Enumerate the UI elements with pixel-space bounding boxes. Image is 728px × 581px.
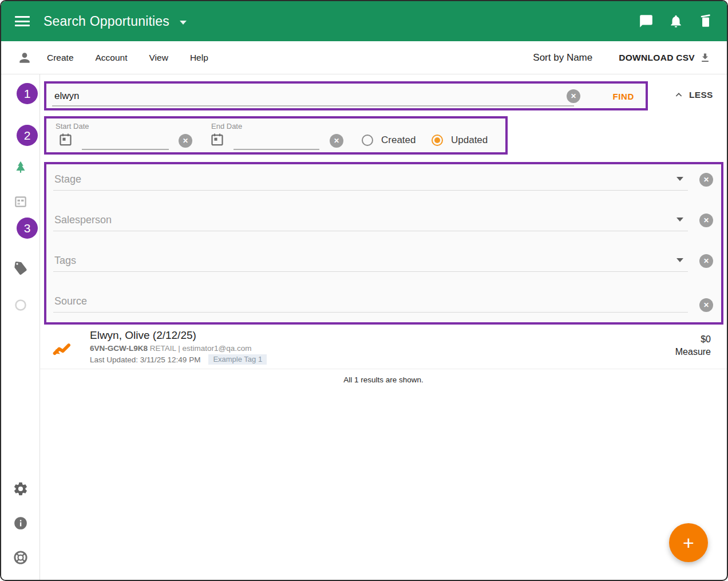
result-code: 6VN-GCW-L9K8 <box>90 344 148 353</box>
app-header: Search Opportunities <box>1 1 727 41</box>
result-updated-row: Last Updated: 3/11/25 12:49 PM Example T… <box>90 354 267 365</box>
updated-radio-option[interactable]: Updated <box>432 135 488 146</box>
page-title: Search Opportunities <box>43 14 169 29</box>
source-clear-button[interactable]: ✕ <box>699 298 713 312</box>
salesperson-dropdown-caret-icon[interactable] <box>676 218 683 222</box>
updated-radio-label: Updated <box>451 135 488 146</box>
stage-clear-button[interactable]: ✕ <box>699 173 713 187</box>
tags-filter-input[interactable]: Tags <box>54 255 76 267</box>
salesperson-filter-underline <box>53 231 688 231</box>
result-row[interactable]: Elwyn, Olive (2/12/25) 6VN-GCW-L9K8 RETA… <box>40 327 727 369</box>
tags-filter-row: Tags ✕ <box>46 246 721 286</box>
less-toggle-button[interactable]: LESS <box>674 90 713 100</box>
end-date-label: End Date <box>211 122 242 131</box>
menu-item-help[interactable]: Help <box>190 53 208 63</box>
result-value-block: $0 Measure <box>675 334 711 357</box>
end-date-input[interactable] <box>234 149 319 150</box>
search-input-underline <box>52 105 574 106</box>
annotation-badge-2: 2 <box>17 125 38 146</box>
header-icons <box>639 14 713 29</box>
title-dropdown-icon[interactable] <box>180 21 187 25</box>
source-filter-row: Source ✕ <box>46 286 721 327</box>
sort-by-name-button[interactable]: Sort by Name <box>533 52 592 64</box>
created-radio[interactable] <box>362 135 373 146</box>
date-filter-annotation-box: Start Date ✕ End Date ✕ Created Updated <box>44 116 508 155</box>
salesperson-filter-row: Salesperson ✕ <box>46 205 721 246</box>
result-subtitle: 6VN-GCW-L9K8 RETAIL | estimator1@qa.com <box>90 344 252 353</box>
find-button[interactable]: FIND <box>613 91 634 101</box>
settings-gear-icon[interactable] <box>13 481 29 497</box>
start-date-label: Start Date <box>56 122 89 131</box>
sidebar <box>1 74 40 580</box>
search-annotation-box: elwyn ✕ FIND <box>44 81 648 110</box>
results-footer-text: All 1 results are shown. <box>40 376 727 384</box>
notifications-bell-icon[interactable] <box>668 14 683 29</box>
sidebar-tag-icon[interactable] <box>13 261 28 276</box>
opportunity-icon <box>52 338 73 357</box>
sidebar-tree-icon[interactable] <box>13 160 28 175</box>
chat-icon[interactable] <box>639 14 654 29</box>
annotation-badge-3: 3 <box>17 218 38 239</box>
stage-filter-row: Stage ✕ <box>46 164 721 205</box>
menu-item-view[interactable]: View <box>149 53 168 63</box>
salesperson-filter-input[interactable]: Salesperson <box>54 214 112 226</box>
download-csv-button[interactable]: DOWNLOAD CSV <box>619 52 711 64</box>
notes-document-icon[interactable] <box>698 14 713 29</box>
start-date-clear-button[interactable]: ✕ <box>179 134 192 148</box>
salesperson-clear-button[interactable]: ✕ <box>699 214 713 227</box>
search-input[interactable]: elwyn <box>54 90 79 102</box>
tags-filter-underline <box>53 271 688 272</box>
created-radio-label: Created <box>381 135 416 146</box>
result-type: Measure <box>675 347 711 357</box>
start-date-calendar-icon[interactable] <box>58 132 73 147</box>
stage-dropdown-caret-icon[interactable] <box>676 177 683 181</box>
end-date-calendar-icon[interactable] <box>209 132 225 147</box>
less-label: LESS <box>689 90 713 100</box>
result-meta: RETAIL | estimator1@qa.com <box>150 344 252 353</box>
result-amount: $0 <box>675 334 711 345</box>
app-window: Search Opportunities Create Account View… <box>0 0 728 581</box>
filters-annotation-box: Stage ✕ Salesperson ✕ Tags ✕ Source ✕ <box>44 162 723 325</box>
tags-dropdown-caret-icon[interactable] <box>676 258 683 262</box>
stage-filter-input[interactable]: Stage <box>54 173 81 185</box>
info-icon[interactable] <box>13 516 28 531</box>
source-filter-input[interactable]: Source <box>54 295 87 307</box>
user-profile-icon[interactable] <box>17 50 32 65</box>
download-csv-label: DOWNLOAD CSV <box>619 53 695 63</box>
stage-filter-underline <box>53 190 688 191</box>
menu-item-account[interactable]: Account <box>96 53 128 63</box>
updated-radio[interactable] <box>432 135 443 146</box>
help-lifebuoy-icon[interactable] <box>13 550 28 566</box>
menubar-right: Sort by Name DOWNLOAD CSV <box>533 52 711 64</box>
menubar: Create Account View Help Sort by Name DO… <box>1 41 727 74</box>
created-radio-option[interactable]: Created <box>362 135 416 146</box>
annotation-badge-1: 1 <box>17 83 38 104</box>
start-date-input[interactable] <box>82 149 169 150</box>
add-fab-button[interactable]: + <box>669 523 708 562</box>
result-tag-chip: Example Tag 1 <box>208 354 267 365</box>
result-last-updated: Last Updated: 3/11/25 12:49 PM <box>90 355 200 364</box>
download-icon <box>699 52 711 64</box>
tags-clear-button[interactable]: ✕ <box>699 254 713 268</box>
end-date-clear-button[interactable]: ✕ <box>330 134 343 148</box>
chevron-up-icon <box>674 90 683 100</box>
sidebar-circle-icon[interactable] <box>14 298 27 312</box>
search-clear-button[interactable]: ✕ <box>567 89 580 103</box>
sidebar-calendar-grid-icon[interactable] <box>13 194 28 209</box>
source-filter-underline <box>53 312 688 313</box>
menu-item-create[interactable]: Create <box>47 53 74 63</box>
result-title: Elwyn, Olive (2/12/25) <box>90 329 196 342</box>
hamburger-menu-icon[interactable] <box>15 16 30 26</box>
